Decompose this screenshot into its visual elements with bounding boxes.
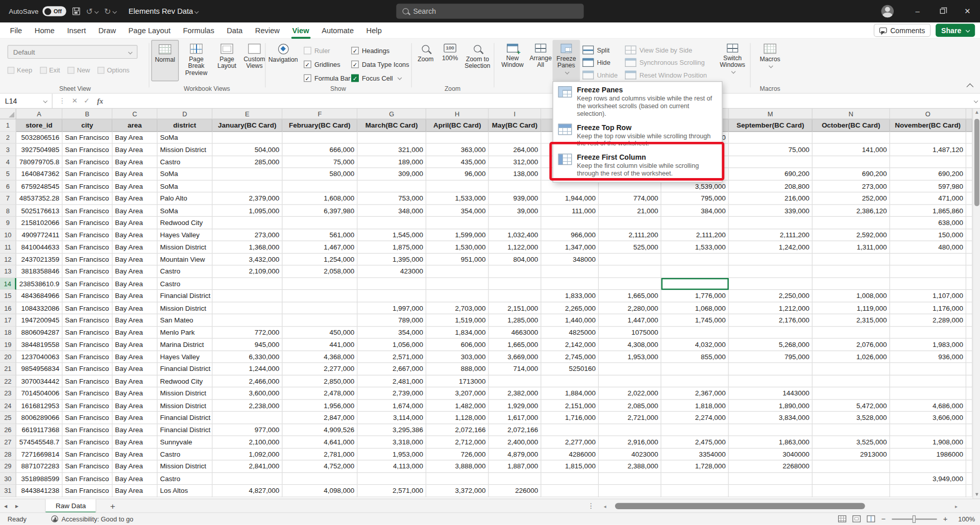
cell-K28[interactable]: 4023000 <box>599 448 661 461</box>
cell-J14[interactable] <box>541 278 599 290</box>
hide-button[interactable]: Hide <box>582 56 618 68</box>
cell-H16[interactable]: 2,703,000 <box>426 302 488 314</box>
cell-E24[interactable]: 2,238,000 <box>212 399 282 412</box>
cell-N11[interactable]: 1,311,000 <box>813 241 890 254</box>
cell-H2[interactable] <box>426 132 488 144</box>
cell-I1[interactable]: May(BC Card) <box>489 119 542 132</box>
cell-G9[interactable] <box>357 217 426 229</box>
zoom-100-button[interactable]: 100 100% <box>439 40 461 81</box>
cell-B31[interactable]: San Francisco <box>62 485 112 497</box>
cell-B18[interactable]: San Francisco <box>62 327 112 339</box>
cell-B11[interactable]: San Francisco <box>62 241 112 254</box>
cell-F19[interactable]: 441,000 <box>282 339 357 351</box>
cell-L28[interactable]: 3354000 <box>662 448 729 461</box>
cell-J9[interactable] <box>541 217 599 229</box>
share-button[interactable]: Share <box>936 24 975 37</box>
cell-F6[interactable] <box>282 180 357 192</box>
cell-K29[interactable]: 2,388,000 <box>599 460 661 472</box>
scroll-down-arrow[interactable]: ▼ <box>973 491 980 498</box>
cell-I13[interactable] <box>489 265 542 278</box>
autosave-switch[interactable]: Off <box>42 6 66 16</box>
cell-N6[interactable]: 273,000 <box>813 180 890 192</box>
cell-G4[interactable]: 189,000 <box>357 156 426 168</box>
sheet-tab-kebab[interactable]: ⋮ <box>587 502 594 510</box>
cell-B28[interactable]: San Francisco <box>62 448 112 461</box>
cell-K19[interactable]: 4,308,000 <box>599 339 661 351</box>
cell-H24[interactable]: 1,482,000 <box>426 399 488 412</box>
cell-C1[interactable]: area <box>112 119 157 132</box>
cell-D24[interactable]: Mission District <box>158 399 213 412</box>
cell-O13[interactable] <box>890 265 966 278</box>
cell-P26[interactable] <box>966 424 972 436</box>
cell-P1[interactable] <box>966 119 972 132</box>
cell-N22[interactable] <box>813 375 890 387</box>
cell-J28[interactable]: 4286000 <box>541 448 599 461</box>
cell-H17[interactable]: 1,519,000 <box>426 314 488 327</box>
cell-M5[interactable]: 690,200 <box>729 168 813 180</box>
row-header-15[interactable]: 15 <box>0 290 16 302</box>
cell-B9[interactable]: San Francisco <box>62 217 112 229</box>
cell-A1[interactable]: store_id <box>16 119 63 132</box>
zoom-slider[interactable] <box>892 518 937 519</box>
cell-A30[interactable]: 3518988599 <box>16 472 63 485</box>
cell-D21[interactable]: Financial District <box>158 363 213 375</box>
scroll-left-arrow[interactable]: ◂ <box>601 503 609 509</box>
cell-D20[interactable]: Hayes Valley <box>158 351 213 363</box>
row-header-16[interactable]: 16 <box>0 302 16 314</box>
cell-O26[interactable] <box>890 424 966 436</box>
cell-N16[interactable]: 1,119,000 <box>813 302 890 314</box>
cell-C8[interactable]: Bay Area <box>112 205 157 217</box>
cell-L18[interactable] <box>662 327 729 339</box>
row-header-1[interactable]: 1 <box>0 119 16 132</box>
cancel-entry-icon[interactable]: ✕ <box>72 97 78 105</box>
cell-G24[interactable]: 1,674,000 <box>357 399 426 412</box>
cell-J21[interactable]: 5250160 <box>541 363 599 375</box>
cell-O22[interactable] <box>890 375 966 387</box>
cell-I4[interactable]: 312,000 <box>489 156 542 168</box>
new-window-button[interactable]: New Window <box>499 40 526 81</box>
column-header-B[interactable]: B <box>62 109 112 119</box>
cell-K23[interactable]: 2,022,000 <box>599 387 661 399</box>
column-header-F[interactable]: F <box>282 109 357 119</box>
cell-F2[interactable] <box>282 132 357 144</box>
cell-D18[interactable]: Menlo Park <box>158 327 213 339</box>
menu-item-freeze-first-column[interactable]: Freeze First Column Keep the first colum… <box>553 151 722 181</box>
cell-I15[interactable] <box>489 290 542 302</box>
cell-N27[interactable]: 3,525,000 <box>813 436 890 448</box>
cell-A29[interactable]: 8871072283 <box>16 460 63 472</box>
navigation-button[interactable]: Navigation <box>266 40 300 81</box>
cell-M31[interactable] <box>729 485 813 497</box>
cell-A9[interactable]: 2158102066 <box>16 217 63 229</box>
cell-H10[interactable]: 1,599,000 <box>426 229 488 241</box>
cell-G23[interactable]: 2,739,000 <box>357 387 426 399</box>
cell-G27[interactable]: 3,318,000 <box>357 436 426 448</box>
cell-M16[interactable]: 1,212,000 <box>729 302 813 314</box>
cell-E4[interactable]: 285,000 <box>212 156 282 168</box>
cell-D8[interactable]: SoMa <box>158 205 213 217</box>
cell-A15[interactable]: 4843684966 <box>16 290 63 302</box>
cell-I23[interactable]: 2,382,000 <box>489 387 542 399</box>
row-header-31[interactable]: 31 <box>0 485 16 497</box>
cell-J22[interactable] <box>541 375 599 387</box>
cell-H22[interactable]: 1713000 <box>426 375 488 387</box>
zoom-in-button[interactable]: + <box>943 514 948 523</box>
column-header-N[interactable]: N <box>813 109 890 119</box>
cell-B8[interactable]: San Francisco <box>62 205 112 217</box>
row-header-9[interactable]: 9 <box>0 217 16 229</box>
cell-B19[interactable]: San Francisco <box>62 339 112 351</box>
cell-I8[interactable]: 39,000 <box>489 205 542 217</box>
cell-K20[interactable]: 1,953,000 <box>599 351 661 363</box>
cell-K12[interactable] <box>599 254 661 266</box>
keep-sheet-view-button[interactable]: Keep <box>8 66 32 74</box>
cell-A28[interactable]: 7271669814 <box>16 448 63 461</box>
row-header-23[interactable]: 23 <box>0 387 16 399</box>
cell-D26[interactable]: Financial District <box>158 424 213 436</box>
cell-I9[interactable] <box>489 217 542 229</box>
cell-O25[interactable]: 3,606,000 <box>890 412 966 424</box>
name-box[interactable]: L14 <box>0 93 53 108</box>
cell-E17[interactable] <box>212 314 282 327</box>
cell-I6[interactable] <box>489 180 542 192</box>
cell-N12[interactable] <box>813 254 890 266</box>
cell-K17[interactable]: 1,447,000 <box>599 314 661 327</box>
new-sheet-view-button[interactable]: New <box>67 66 90 74</box>
